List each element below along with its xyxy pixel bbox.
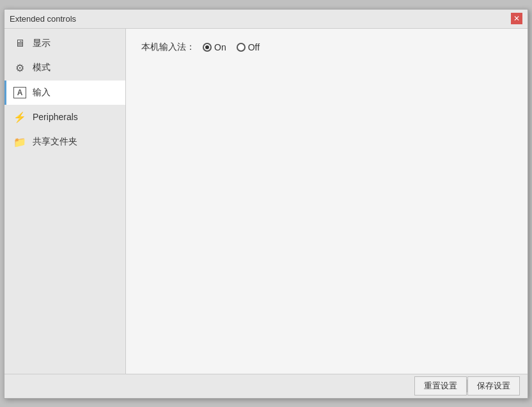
sidebar-item-display[interactable]: 🖥 显示 (4, 31, 125, 56)
input-icon: A (13, 87, 26, 98)
radio-group: On Off (203, 42, 260, 52)
content-area: 🖥 显示 ⚙ 模式 A 输入 ⚡ Peripherals 📁 共享文件夹 (4, 29, 528, 374)
window-title: Extended controls (10, 14, 76, 24)
main-window: Extended controls ✕ 🖥 显示 ⚙ 模式 A 输入 ⚡ Per… (4, 9, 528, 399)
radio-off-circle (237, 43, 246, 52)
sidebar-item-input-label: 输入 (33, 87, 51, 98)
reset-button[interactable]: 重置设置 (414, 376, 467, 395)
save-button[interactable]: 保存设置 (467, 376, 520, 395)
mode-icon: ⚙ (13, 62, 26, 74)
sidebar-item-display-label: 显示 (33, 38, 51, 49)
sidebar-item-shared-folder[interactable]: 📁 共享文件夹 (4, 130, 125, 155)
radio-on-circle (203, 43, 212, 52)
footer: 重置设置 保存设置 (4, 374, 528, 398)
input-method-row: 本机输入法： On Off (141, 42, 512, 53)
radio-off-label: Off (248, 42, 260, 52)
sidebar-item-peripherals[interactable]: ⚡ Peripherals (4, 105, 125, 130)
peripherals-icon: ⚡ (13, 111, 26, 123)
sidebar-item-input[interactable]: A 输入 (4, 81, 125, 105)
close-button[interactable]: ✕ (511, 13, 522, 24)
sidebar-item-peripherals-label: Peripherals (33, 112, 78, 122)
display-icon: 🖥 (13, 38, 26, 49)
sidebar-item-shared-folder-label: 共享文件夹 (33, 136, 77, 148)
sidebar: 🖥 显示 ⚙ 模式 A 输入 ⚡ Peripherals 📁 共享文件夹 (4, 29, 126, 374)
sidebar-item-mode-label: 模式 (33, 62, 51, 73)
main-panel: 本机输入法： On Off (126, 29, 528, 374)
radio-on-label: On (214, 42, 226, 52)
radio-off-option[interactable]: Off (237, 42, 260, 52)
shared-folder-icon: 📁 (13, 136, 26, 148)
input-method-label: 本机输入法： (141, 42, 195, 53)
radio-on-option[interactable]: On (203, 42, 226, 52)
sidebar-item-mode[interactable]: ⚙ 模式 (4, 56, 125, 81)
title-bar: Extended controls ✕ (4, 10, 528, 29)
